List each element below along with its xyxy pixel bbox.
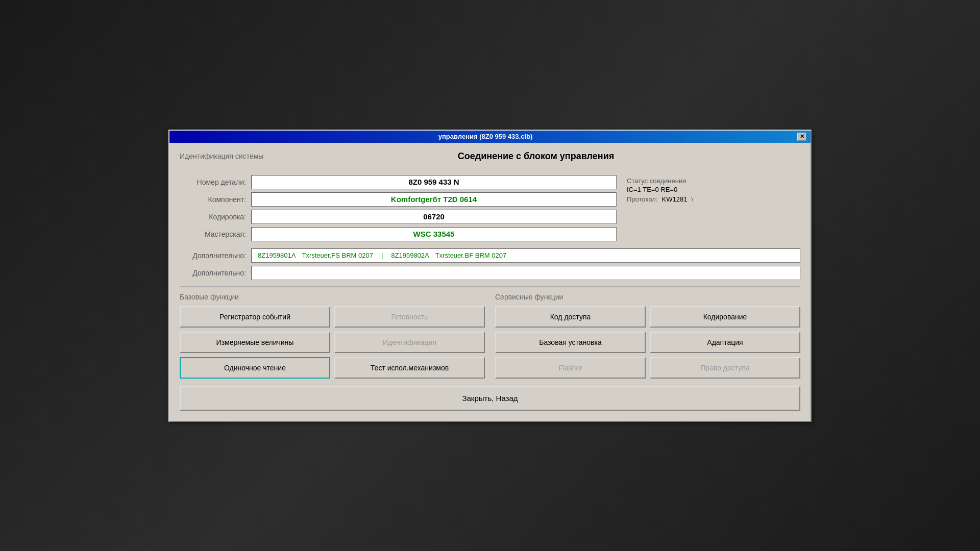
- btn-coding[interactable]: Кодирование: [650, 306, 800, 328]
- workshop-label: Мастерская:: [180, 230, 251, 238]
- coding-value: 06720: [251, 210, 617, 224]
- basic-functions-title: Базовые функции: [180, 293, 485, 301]
- main-window: управления (8Z0 959 433.clb) ✕ Идентифик…: [168, 130, 812, 422]
- close-back-button[interactable]: Закрыть, Назад: [180, 386, 800, 411]
- coding-label: Кодировка:: [180, 213, 251, 221]
- component-label: Компонент:: [180, 195, 251, 204]
- extra1-sep2: Txrsteuer.BF BRM 0207: [435, 252, 506, 259]
- part-number-value: 8Z0 959 433 N: [251, 175, 617, 189]
- title-bar: управления (8Z0 959 433.clb) ✕: [169, 131, 811, 143]
- extra1-row: Дополнительно: 8Z1959801A Txrsteuer.FS B…: [180, 248, 800, 263]
- protocol-suffix: \: [691, 195, 693, 203]
- btn-flasher[interactable]: Flasher: [495, 357, 646, 379]
- workshop-row: Мастерская: WSC 33545: [180, 227, 617, 241]
- close-window-button[interactable]: ✕: [797, 133, 806, 141]
- extra1-value2: 8Z1959802A: [391, 252, 429, 259]
- btn-single-read[interactable]: Одиночное чтение: [180, 357, 330, 379]
- component-row: Компонент: Komfortgerбт T2D 0614: [180, 192, 617, 207]
- extra1-value1: 8Z1959801A: [258, 252, 296, 259]
- extra1-value: 8Z1959801A Txrsteuer.FS BRM 0207 | 8Z195…: [251, 248, 800, 263]
- protocol-label: Протокол:: [627, 195, 658, 203]
- status-label: Статус соединения: [627, 177, 800, 185]
- btn-adaptation[interactable]: Адаптация: [650, 332, 800, 353]
- btn-readiness[interactable]: Готовность: [334, 306, 485, 328]
- extra2-value: [251, 266, 800, 280]
- functions-area: Базовые функции Регистратор событий Гото…: [180, 293, 800, 379]
- extra2-label: Дополнительно:: [180, 269, 251, 277]
- btn-actuator-test[interactable]: Тест испол.механизмов: [334, 357, 485, 379]
- divider: [180, 286, 800, 287]
- system-id-label: Идентификация системы: [180, 152, 272, 160]
- service-functions-section: Сервисные функции Код доступа Кодировани…: [495, 293, 800, 379]
- service-functions-grid: Код доступа Кодирование Базовая установк…: [495, 306, 800, 379]
- basic-functions-section: Базовые функции Регистратор событий Гото…: [180, 293, 485, 379]
- btn-access-rights[interactable]: Право доступа: [650, 357, 800, 379]
- coding-row: Кодировка: 06720: [180, 210, 617, 224]
- btn-basic-setup[interactable]: Базовая установка: [495, 332, 646, 353]
- status-section: Статус соединения IC=1 TE=0 RE=0 Протоко…: [627, 175, 800, 244]
- page-title: Соединение с блоком управления: [272, 151, 800, 162]
- protocol-value: KW1281: [662, 195, 688, 203]
- part-number-label: Номер детали:: [180, 178, 251, 186]
- extra2-row: Дополнительно:: [180, 266, 800, 280]
- part-number-row: Номер детали: 8Z0 959 433 N: [180, 175, 617, 189]
- service-functions-title: Сервисные функции: [495, 293, 800, 301]
- btn-measured-values[interactable]: Измеряемые величины: [180, 332, 330, 353]
- workshop-value: WSC 33545: [251, 227, 617, 241]
- basic-functions-grid: Регистратор событий Готовность Измеряемы…: [180, 306, 485, 379]
- btn-access-code[interactable]: Код доступа: [495, 306, 646, 328]
- btn-identification[interactable]: Идентификация: [334, 332, 485, 353]
- window-title: управления (8Z0 959 433.clb): [174, 133, 797, 140]
- extra1-pipe: |: [381, 252, 383, 259]
- component-value: Komfortgerбт T2D 0614: [251, 192, 617, 207]
- extra1-label: Дополнительно:: [180, 252, 251, 260]
- extra1-sep1: Txrsteuer.FS BRM 0207: [302, 252, 373, 259]
- status-values: IC=1 TE=0 RE=0: [627, 186, 800, 193]
- btn-event-log[interactable]: Регистратор событий: [180, 306, 330, 328]
